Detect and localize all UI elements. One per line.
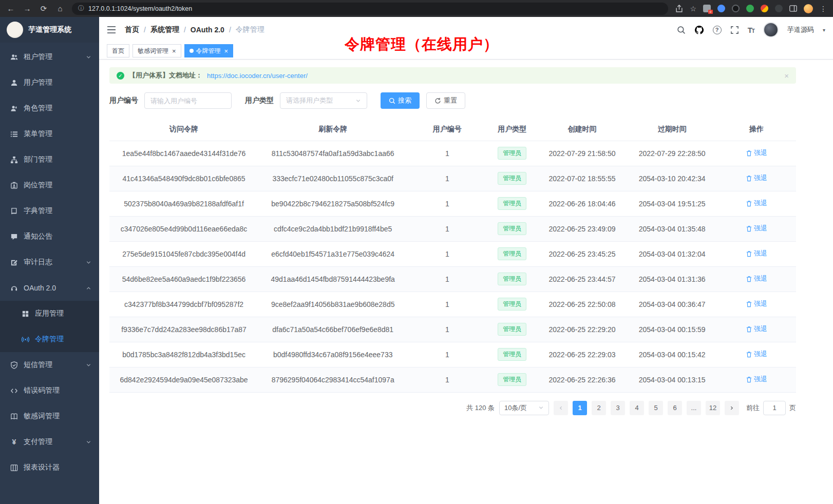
- sidebar-item-audit[interactable]: 审计日志: [0, 249, 99, 275]
- user-id-input[interactable]: [144, 92, 232, 109]
- sidebar-item-label: 通知公告: [24, 232, 52, 241]
- cell-user-id: 1: [407, 241, 487, 266]
- breadcrumb-current: 令牌管理: [236, 25, 264, 34]
- alert-close-icon[interactable]: ×: [784, 71, 789, 80]
- doc-link[interactable]: https://doc.iocoder.cn/user-center/: [207, 72, 308, 80]
- home-icon[interactable]: ⌂: [55, 4, 65, 13]
- profile-avatar[interactable]: [804, 4, 813, 13]
- user-type-select[interactable]: 请选择用户类型: [280, 92, 367, 109]
- sidebar-item-sensitive[interactable]: 敏感词管理: [0, 403, 99, 429]
- col-expires: 过期时间: [627, 118, 717, 141]
- cell-created: 2022-06-26 18:04:46: [537, 191, 627, 216]
- close-icon[interactable]: ×: [172, 48, 176, 54]
- extension-icon-green[interactable]: [746, 5, 754, 12]
- sidebar-item-dict[interactable]: 字典管理: [0, 198, 99, 224]
- user-avatar[interactable]: [763, 22, 779, 37]
- total-count: 共 120 条: [466, 403, 495, 413]
- page-button[interactable]: 5: [649, 401, 663, 415]
- cell-refresh-token: be90422b8c7946218275a508bf524fc9: [258, 191, 407, 216]
- force-logout-link[interactable]: 强退: [746, 249, 767, 258]
- page-button[interactable]: 3: [611, 401, 625, 415]
- font-size-icon[interactable]: TT: [748, 26, 754, 34]
- report-designer-icon: [10, 464, 18, 472]
- user-menu-caret-icon[interactable]: ▾: [823, 27, 825, 33]
- breadcrumb-oauth[interactable]: OAuth 2.0: [191, 26, 224, 34]
- force-logout-link[interactable]: 强退: [746, 375, 767, 384]
- extension-icon-gray[interactable]: [775, 5, 783, 12]
- page-button[interactable]: 2: [592, 401, 606, 415]
- search-button[interactable]: 搜索: [381, 92, 420, 109]
- app-logo-row[interactable]: 芋道管理系统: [0, 17, 99, 43]
- help-icon[interactable]: ?: [713, 26, 722, 34]
- page-button[interactable]: 1: [573, 401, 587, 415]
- sidebar-item-user[interactable]: 用户管理: [0, 70, 99, 95]
- force-logout-link[interactable]: 强退: [746, 148, 767, 158]
- tab-home[interactable]: 首页: [107, 44, 129, 57]
- sidebar-item-oauth[interactable]: OAuth 2.0: [0, 275, 99, 301]
- forward-icon[interactable]: →: [23, 4, 32, 13]
- cell-access-token: c342377bf8b344799dcbf7bf095287f2: [109, 292, 258, 317]
- sidebar-item-sms[interactable]: 短信管理: [0, 352, 99, 378]
- force-logout-link[interactable]: 强退: [746, 199, 767, 208]
- table-header-row: 访问令牌 刷新令牌 用户编号 用户类型 创建时间 过期时间 操作: [109, 118, 796, 141]
- site-info-icon[interactable]: ⓘ: [78, 4, 84, 13]
- sidebar-item-menu[interactable]: 菜单管理: [0, 121, 99, 147]
- force-logout-link[interactable]: 强退: [746, 274, 767, 283]
- force-logout-link[interactable]: 强退: [746, 299, 767, 308]
- ellipsis-button[interactable]: ...: [687, 401, 701, 415]
- col-user-type: 用户类型: [487, 118, 537, 141]
- sidebar-item-role[interactable]: 角色管理: [0, 95, 99, 121]
- url-bar[interactable]: ⓘ 127.0.0.1:1024/system/oauth2/token: [72, 3, 668, 15]
- goto-page-input[interactable]: [763, 401, 786, 415]
- tab-sensitive-words[interactable]: 敏感词管理 ×: [132, 44, 181, 57]
- role-icon: [10, 105, 18, 112]
- sidebar-subitem-token[interactable]: 令牌管理: [0, 326, 99, 352]
- close-icon[interactable]: ×: [224, 48, 229, 54]
- page-button[interactable]: 12: [706, 401, 720, 415]
- browser-menu-kebab-icon[interactable]: ⋮: [820, 5, 827, 13]
- back-icon[interactable]: ←: [6, 4, 15, 13]
- token-table: 访问令牌 刷新令牌 用户编号 用户类型 创建时间 过期时间 操作 1ea5e44…: [109, 118, 796, 393]
- reset-button[interactable]: 重置: [426, 92, 465, 109]
- sidebar-subitem-app[interactable]: 应用管理: [0, 301, 99, 326]
- sidebar-item-label: 短信管理: [24, 360, 52, 370]
- extensions-puzzle-icon[interactable]: [761, 5, 768, 12]
- breadcrumb-home[interactable]: 首页: [125, 25, 139, 34]
- extension-icon-adblock[interactable]: 0: [703, 5, 711, 12]
- force-logout-link[interactable]: 强退: [746, 350, 767, 359]
- page-button[interactable]: 6: [668, 401, 682, 415]
- search-icon: [389, 98, 395, 104]
- page-button[interactable]: 4: [630, 401, 644, 415]
- post-icon: [10, 182, 18, 189]
- force-logout-link[interactable]: 强退: [746, 324, 767, 334]
- github-icon[interactable]: [694, 25, 704, 35]
- sidebar-item-notice[interactable]: 通知公告: [0, 224, 99, 249]
- sidebar-item-errorcode[interactable]: 错误码管理: [0, 378, 99, 403]
- sidebar-item-dept[interactable]: 部门管理: [0, 147, 99, 172]
- sidebar-item-report[interactable]: 报表设计器: [0, 455, 99, 480]
- bookmark-star-icon[interactable]: ☆: [690, 5, 696, 13]
- tab-token-management[interactable]: 令牌管理 ×: [184, 44, 234, 57]
- side-panel-icon[interactable]: [789, 5, 797, 12]
- reload-icon[interactable]: ⟳: [39, 4, 48, 13]
- extension-icon-dark[interactable]: [732, 5, 740, 12]
- force-logout-link[interactable]: 强退: [746, 224, 767, 233]
- force-logout-link[interactable]: 强退: [746, 173, 767, 183]
- sidebar-item-tenant[interactable]: 租户管理: [0, 44, 99, 70]
- share-icon[interactable]: [675, 5, 683, 12]
- search-icon[interactable]: [677, 26, 686, 34]
- sidebar-toggle-icon[interactable]: [107, 26, 116, 34]
- sidebar-item-pay[interactable]: ¥ 支付管理: [0, 429, 99, 455]
- next-page-button[interactable]: [725, 401, 739, 415]
- cell-refresh-token: dfa6c71a50a54c66bef706ef9e6e8d81: [258, 317, 407, 342]
- page-size-select[interactable]: 10条/页: [499, 401, 549, 415]
- notice-icon: [10, 233, 18, 241]
- cell-access-token: 275e5de9151045fe87cbdc395e004f4d: [109, 241, 258, 266]
- prev-page-button[interactable]: [554, 401, 568, 415]
- extension-icon-blue[interactable]: [717, 5, 725, 12]
- fullscreen-icon[interactable]: [730, 26, 739, 34]
- table-row: 54d6be82ee5a460a9aedc1f9bf223656 49d1aa4…: [109, 266, 796, 292]
- breadcrumb-system[interactable]: 系统管理: [150, 25, 179, 34]
- cell-created: 2022-06-25 23:49:09: [537, 216, 627, 241]
- sidebar-item-post[interactable]: 岗位管理: [0, 172, 99, 198]
